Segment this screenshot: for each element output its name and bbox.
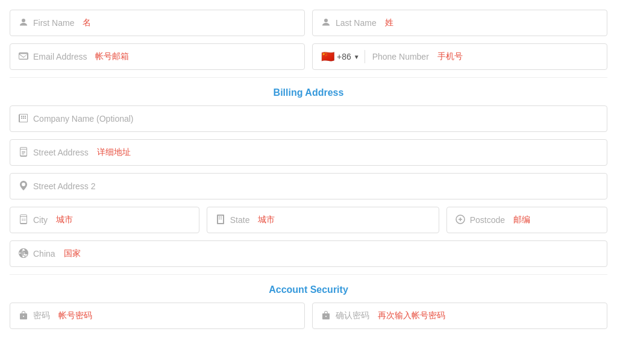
email-phone-row: Email Address 帐号邮箱 🇨🇳 +86 ▼ Phone Number…	[10, 43, 607, 70]
email-field[interactable]: Email Address 帐号邮箱	[10, 43, 305, 70]
section-divider-billing	[10, 77, 607, 78]
postcode-field[interactable]: Postcode 邮编	[446, 207, 607, 233]
building-icon	[19, 113, 28, 125]
last-name-field[interactable]: Last Name 姓	[312, 10, 607, 36]
street1-field[interactable]: Street Address 详细地址	[10, 139, 607, 166]
map-icon	[19, 147, 28, 158]
phone-value: 手机号	[437, 51, 463, 62]
city-label: City	[33, 215, 48, 225]
prefix-code: +86	[337, 52, 351, 61]
first-name-label: First Name	[33, 18, 74, 28]
last-name-label: Last Name	[336, 18, 377, 28]
last-name-value: 姓	[385, 17, 393, 28]
password-label: 密码	[33, 310, 50, 321]
street1-row: Street Address 详细地址	[10, 139, 607, 166]
state-field[interactable]: State 城市	[207, 207, 439, 233]
city-field[interactable]: City 城市	[10, 207, 199, 233]
globe-icon	[19, 248, 28, 260]
street2-field[interactable]: Street Address 2	[10, 173, 607, 199]
first-name-field[interactable]: First Name 名	[10, 10, 305, 36]
street2-row: Street Address 2	[10, 173, 607, 199]
street2-label: Street Address 2	[33, 181, 96, 191]
state-value: 城市	[258, 215, 275, 225]
email-value: 帐号邮箱	[95, 51, 129, 62]
city-icon	[19, 215, 28, 226]
confirm-label: 确认密码	[336, 310, 369, 321]
company-field[interactable]: Company Name (Optional)	[10, 105, 607, 132]
state-label: State	[230, 215, 250, 225]
confirm-value: 再次输入帐号密码	[378, 310, 445, 321]
account-security-title: Account Security	[10, 284, 607, 295]
phone-prefix-selector[interactable]: 🇨🇳 +86 ▼	[321, 50, 365, 63]
china-flag: 🇨🇳	[321, 50, 334, 63]
email-label: Email Address	[33, 52, 87, 61]
name-row: First Name 名 Last Name 姓	[10, 10, 607, 36]
country-value: 国家	[64, 248, 81, 259]
postcode-label: Postcode	[470, 215, 505, 225]
password-field[interactable]: 密码 帐号密码	[10, 303, 305, 329]
city-state-postcode-row: City 城市 State 城市 Postcode 邮编	[10, 207, 607, 233]
password-value: 帐号密码	[58, 310, 92, 321]
person-icon-2	[321, 17, 331, 29]
section-divider-security	[10, 274, 607, 275]
company-label: Company Name (Optional)	[33, 114, 134, 124]
street1-label: Street Address	[33, 148, 89, 157]
confirm-password-field[interactable]: 确认密码 再次输入帐号密码	[312, 303, 607, 329]
street1-value: 详细地址	[97, 147, 131, 158]
dropdown-arrow-icon: ▼	[354, 54, 360, 60]
phone-field[interactable]: 🇨🇳 +86 ▼ Phone Number 手机号	[312, 43, 607, 70]
country-label: China	[33, 249, 55, 259]
state-icon	[216, 215, 225, 226]
phone-label: Phone Number	[372, 52, 429, 61]
first-name-value: 名	[83, 17, 91, 28]
envelope-icon	[19, 51, 28, 63]
lock-icon	[19, 310, 28, 322]
billing-address-title: Billing Address	[10, 87, 607, 98]
company-row: Company Name (Optional)	[10, 105, 607, 132]
city-value: 城市	[56, 215, 73, 225]
postcode-icon	[456, 215, 465, 226]
lock-icon-2	[321, 310, 331, 322]
pin-icon	[19, 181, 28, 192]
form-container: First Name 名 Last Name 姓 Email Address 帐…	[10, 10, 607, 329]
postcode-value: 邮编	[513, 215, 530, 225]
password-row: 密码 帐号密码 确认密码 再次输入帐号密码	[10, 303, 607, 329]
person-icon	[19, 17, 28, 29]
country-row: China 国家	[10, 240, 607, 267]
country-field[interactable]: China 国家	[10, 240, 607, 267]
